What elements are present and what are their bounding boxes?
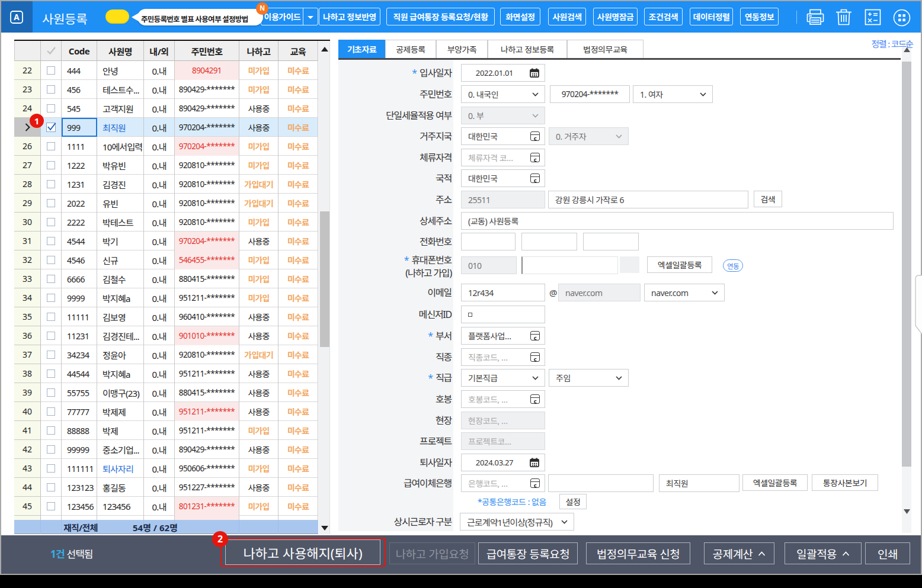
svg-text:A: A <box>14 12 20 23</box>
